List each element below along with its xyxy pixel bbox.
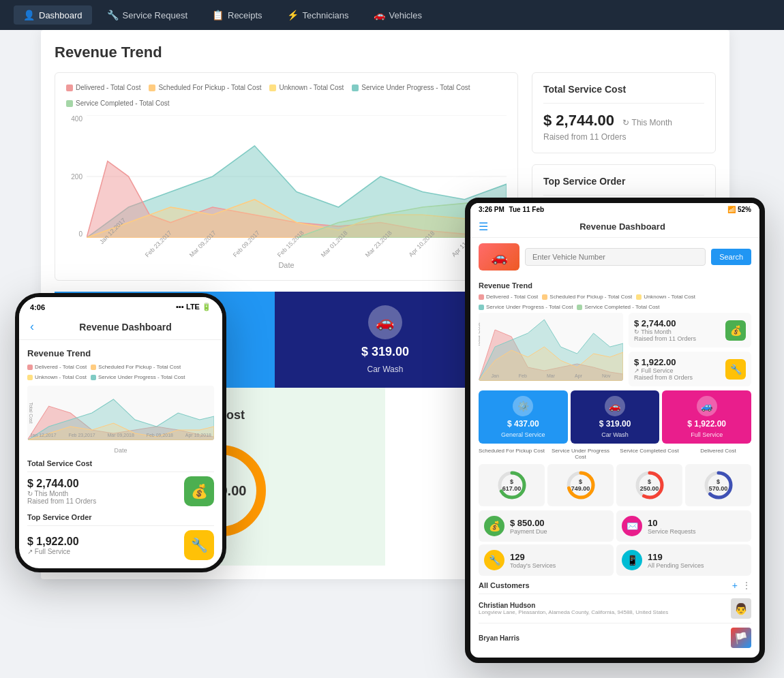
dashboard-icon: 👤: [23, 10, 35, 20]
dashboard-title: Revenue Trend: [55, 44, 716, 61]
tablet-service-requests: ✉️ 10 Service Requests: [616, 510, 751, 542]
car-wash-label: Car Wash: [367, 365, 404, 374]
nav-service-request[interactable]: 🔧 Service Request: [97, 5, 197, 25]
chart-legend: Delivered - Total Cost Scheduled For Pic…: [66, 84, 507, 107]
tablet-customer-avatar-2: 🏳️: [731, 628, 751, 648]
tablet-delivered-cost: $ 570.00: [685, 464, 751, 506]
top-order-icon: 🔧: [184, 530, 214, 560]
tablet-customer-row-2: Bryan Harris 🏳️: [479, 623, 751, 652]
total-service-cost-title: Total Service Cost: [543, 84, 704, 95]
top-service-order-title: Top Service Order: [543, 176, 704, 187]
tablet-customers-section: All Customers + ⋮ Christian Hudson Longv…: [479, 580, 751, 652]
phone-mockup: 4:06 ▪▪▪ LTE 🔋 ‹ Revenue Dashboard Reven…: [15, 293, 226, 572]
tablet-pending-services: 📱 119 All Pending Services: [616, 544, 751, 576]
tablet-payment-due: 💰 $ 850.00 Payment Due: [479, 510, 614, 542]
tablet-under-progress-cost: $ 749.00: [547, 464, 614, 506]
phone-total-service-cost: Total Service Cost $ 2,744.00 ↻ This Mon…: [27, 459, 214, 506]
receipts-icon: 📋: [212, 10, 224, 20]
tablet-service-cards: ⚙️ $ 437.00 General Service 🚗 $ 319.00 C…: [479, 390, 751, 444]
car-wash-icon: 🚗: [368, 305, 402, 339]
total-service-cost-card: Total Service Cost $ 2,744.00 ↻ This Mon…: [532, 72, 716, 153]
tablet-top-order-icon: 🔧: [725, 359, 746, 380]
phone-legend: Delivered - Total Cost Scheduled For Pic…: [27, 364, 214, 380]
nav-technicians[interactable]: ⚡ Technicians: [277, 5, 359, 25]
revenue-trend-chart: Delivered - Total Cost Scheduled For Pic…: [55, 72, 518, 281]
tablet-completed-cost: $ 250.00: [616, 464, 682, 506]
phone-header: ‹ Revenue Dashboard: [19, 314, 222, 340]
tablet-top-order-card: $ 1,922.00 ↗ Full Service Raised from 8 …: [629, 352, 751, 386]
svg-text:Total Cost: Total Cost: [479, 322, 481, 347]
legend-delivered: Delivered - Total Cost: [66, 84, 140, 91]
tablet-body: Revenue Trend Delivered - Total Cost Sch…: [470, 276, 759, 658]
tablet-search-button[interactable]: Search: [711, 249, 751, 265]
tablet-content-grid: Total Cost Jan Feb Mar Apr Nov $ 2,744.0…: [479, 313, 751, 386]
tablet-legend: Delivered - Total Cost Scheduled For Pic…: [479, 294, 751, 310]
tablet-search-row: 🚗 Search: [470, 238, 759, 276]
nav-vehicles[interactable]: 🚗 Vehicles: [364, 5, 432, 25]
legend-under-progress: Service Under Progress - Total Cost: [352, 84, 470, 91]
technicians-icon: ⚡: [287, 10, 299, 20]
phone-top-service-order: Top Service Order $ 1,922.00 ↗ Full Serv…: [27, 513, 214, 560]
total-service-cost-period: ↻ This Month: [622, 118, 672, 127]
tablet-add-customer-icon[interactable]: +: [732, 580, 738, 591]
tablet-stats-col: $ 2,744.00 ↻ This Month Raised from 11 O…: [629, 313, 751, 386]
total-service-cost-value: $ 2,744.00: [543, 112, 614, 129]
tablet-customer-avatar-1: 👨: [731, 598, 751, 619]
tablet-car-image: 🚗: [479, 243, 519, 271]
tablet-vehicle-search[interactable]: [525, 248, 706, 266]
tablet-mockup: 3:26 PM Tue 11 Feb 📶 52% ☰ Revenue Dashb…: [465, 198, 765, 663]
tablet-menu-icon[interactable]: ☰: [479, 220, 488, 233]
legend-scheduled: Scheduled For Pickup - Total Cost: [149, 84, 261, 91]
vehicles-icon: 🚗: [374, 10, 385, 20]
tablet-car-wash: 🚗 $ 319.00 Car Wash: [571, 390, 660, 444]
tablet-more-options-icon[interactable]: ⋮: [742, 580, 751, 591]
tablet-info-cards: 💰 $ 850.00 Payment Due ✉️ 10 Service Req…: [479, 510, 751, 576]
tablet-status-bar: 3:26 PM Tue 11 Feb 📶 52%: [470, 203, 759, 216]
total-cost-icon: 💰: [184, 476, 214, 506]
top-navigation: 👤 Dashboard 🔧 Service Request 📋 Receipts…: [0, 0, 784, 30]
nav-dashboard[interactable]: 👤 Dashboard: [14, 5, 92, 25]
car-wash-card: 🚗 $ 319.00 Car Wash: [275, 292, 495, 388]
phone-body: Revenue Trend Delivered - Total Cost Sch…: [19, 340, 222, 568]
tablet-full-service: 🚙 $ 1,922.00 Full Service: [662, 390, 751, 444]
tablet-costs-row: $ 617.00 $ 749.00 $: [479, 464, 751, 506]
phone-status-bar: 4:06 ▪▪▪ LTE 🔋: [19, 297, 222, 314]
phone-mini-chart: Jan 12,2017 Feb 23,2017 Mar 09,2018 Feb …: [27, 386, 214, 440]
total-service-cost-sub: Raised from 11 Orders: [543, 132, 704, 142]
phone-back-icon[interactable]: ‹: [30, 320, 34, 334]
chart-xaxis: Jan 12,2017 Feb 23,2017 Mar 09,2017 Feb …: [66, 241, 507, 247]
tablet-scheduled-cost: $ 617.00: [479, 464, 545, 506]
service-request-icon: 🔧: [107, 10, 119, 20]
tablet-total-cost-icon: 💰: [725, 320, 746, 341]
tablet-mini-chart: Total Cost Jan Feb Mar Apr Nov: [479, 313, 623, 381]
tablet-general-service: ⚙️ $ 437.00 General Service: [479, 390, 568, 444]
tablet-customers-header: All Customers + ⋮: [479, 580, 751, 591]
tablet-total-cost-card: $ 2,744.00 ↻ This Month Raised from 11 O…: [629, 313, 751, 348]
tablet-header: ☰ Revenue Dashboard: [470, 216, 759, 238]
legend-unknown: Unknown - Total Cost: [269, 84, 344, 91]
nav-receipts[interactable]: 📋 Receipts: [202, 5, 272, 25]
car-wash-value: $ 319.00: [361, 345, 409, 359]
legend-completed: Service Completed - Total Cost: [66, 99, 170, 107]
tablet-customer-row-1: Christian Hudson Longview Lane, Pleasant…: [479, 594, 751, 623]
tablet-todays-services: 🔧 129 Today's Services: [479, 544, 614, 576]
